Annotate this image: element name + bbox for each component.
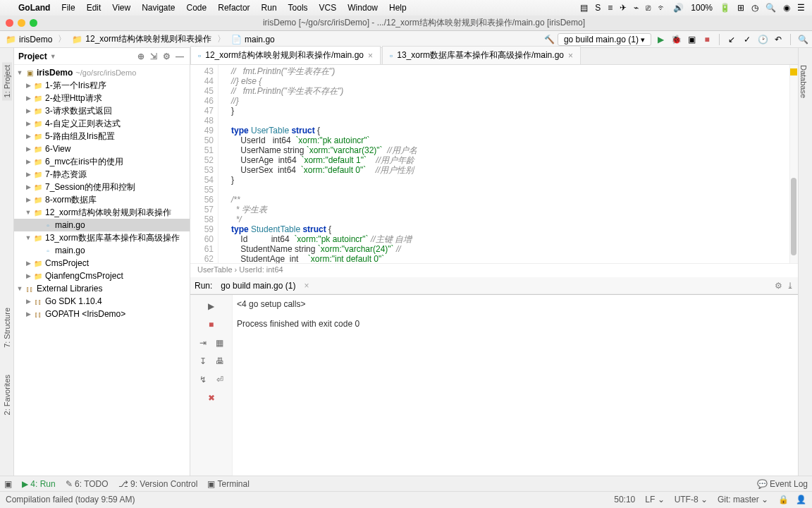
right-tool-strip: Database [798,48,812,476]
tool-window-button-icon[interactable]: ▣ [4,479,12,489]
menu-refactor[interactable]: Refactor [218,3,250,13]
siri-icon[interactable]: ◉ [783,3,790,13]
layout-icon[interactable]: ▦ [213,336,227,350]
update-project-icon[interactable]: ↙ [725,33,738,46]
line-sep[interactable]: LF ⌄ [645,495,664,504]
revert-icon[interactable]: ↶ [772,33,785,46]
menubar-icon[interactable]: ⎚ [646,3,651,13]
database-tab[interactable]: Database [799,62,808,101]
search-everywhere-icon[interactable]: 🔍 [796,33,809,46]
gear-icon[interactable]: ⚙ [775,281,782,291]
warning-indicator-icon[interactable] [790,68,797,75]
encoding[interactable]: UTF-8 ⌄ [675,495,708,504]
menu-tools[interactable]: Tools [288,3,308,13]
gear-icon[interactable]: ⚙ [163,52,173,61]
spotlight-icon[interactable]: 🔍 [765,3,776,13]
tree-folder[interactable]: ▶📁6_mvc在iris中的使用 [14,155,190,168]
run-config-selector[interactable]: go build main.go (1) ▾ [558,33,651,46]
close-tab-icon[interactable]: × [304,281,309,291]
export-icon[interactable]: ⤓ [787,281,794,291]
close-tab-icon[interactable]: × [368,51,373,61]
structure-tab[interactable]: 7: Structure [2,305,12,351]
coverage-icon[interactable]: ▣ [685,33,698,46]
inspector-icon[interactable]: 👤 [796,495,806,504]
close-tab-icon[interactable]: × [568,51,573,61]
menubar-icon[interactable]: ✈ [620,3,627,13]
commit-icon[interactable]: ✓ [741,33,753,46]
menu-run[interactable]: Run [262,3,277,13]
editor-breadcrumb[interactable]: UserTable › UserId: int64 [190,263,798,277]
debug-button-icon[interactable]: 🐞 [670,33,682,46]
project-tab[interactable]: 1: Project [2,62,12,100]
tree-folder[interactable]: ▶📁8-xorm数据库 [14,193,190,206]
menu-code[interactable]: Code [187,3,207,13]
tree-folder[interactable]: ▶📁2-处理Http请求 [14,92,190,104]
git-branch[interactable]: Git: master ⌄ [718,495,768,504]
editor-tab[interactable]: ▫12_xorm结构体映射规则和表操作/main.go× [190,46,381,64]
breadcrumb[interactable]: 📁 irisDemo [3,35,55,44]
tree-folder[interactable]: ▶📁4-自定义正则表达式 [14,117,190,130]
todo-tool-tab[interactable]: ✎ 6: TODO [66,479,109,489]
locate-icon[interactable]: ⊕ [137,52,147,61]
editor-tab[interactable]: ▫13_xorm数据库基本操作和高级操作/main.go× [382,46,581,64]
app-name[interactable]: GoLand [18,3,50,13]
volume-icon[interactable]: 🔊 [673,3,684,13]
clock-icon[interactable]: ◷ [751,3,758,13]
menubar-icon[interactable]: ⊞ [737,3,744,13]
terminal-tool-tab[interactable]: ▣ Terminal [207,479,249,489]
menu-help[interactable]: Help [389,3,407,13]
step-icon[interactable]: ⇥ [196,336,210,350]
hide-icon[interactable]: — [176,52,185,61]
tree-folder[interactable]: ▶📁3-请求数据式返回 [14,104,190,117]
menubar-icon[interactable]: ≡ [608,3,613,13]
expand-all-icon[interactable]: ⇲ [150,52,160,61]
code-editor[interactable]: // fmt.Println("学生表存在") //} else { // fm… [228,65,789,263]
build-icon[interactable]: 🔨 [544,35,555,44]
menubar-icon[interactable]: ▤ [580,3,588,13]
close-window-icon[interactable] [6,19,13,27]
status-bar: Compilation failed (today 9:59 AM) 50:10… [0,491,812,507]
menu-list-icon[interactable]: ☰ [797,3,805,13]
scroll-icon[interactable]: ↧ [196,354,210,368]
tree-folder[interactable]: ▶📁1-第一个Iris程序 [14,79,190,92]
filter-icon[interactable]: ↯ [196,373,210,387]
tree-folder[interactable]: ▶📁7_Session的使用和控制 [14,181,190,193]
breadcrumb[interactable]: 📁 12_xorm结构体映射规则和表操作 [69,33,214,45]
maximize-window-icon[interactable] [30,19,37,27]
stop-icon[interactable]: ■ [204,318,219,332]
run-console-output[interactable]: <4 go setup calls> Process finished with… [233,295,798,476]
wifi-icon[interactable]: ᯤ [658,3,666,13]
battery-icon[interactable]: 🔋 [720,3,730,13]
editor-scrollbar[interactable] [789,65,798,263]
tree-folder[interactable]: ▶📁5-路由组及Iris配置 [14,130,190,143]
rerun-icon[interactable]: ▶ [204,299,219,313]
run-button-icon[interactable]: ▶ [654,33,667,46]
stop-button-icon[interactable]: ■ [701,33,713,46]
line-number-gutter[interactable]: 4344454647484950515253545556575859606162… [190,65,219,263]
history-icon[interactable]: 🕑 [756,33,769,46]
project-tree[interactable]: ▼▣irisDemo~/go/src/irisDemo ▶📁1-第一个Iris程… [14,65,190,476]
event-log-tab[interactable]: 💬 Event Log [757,479,808,489]
minimize-window-icon[interactable] [18,19,25,27]
lock-icon[interactable]: 🔒 [778,495,789,504]
menu-edit[interactable]: Edit [87,3,102,13]
favorites-tab[interactable]: 2: Favorites [2,372,12,418]
tree-folder[interactable]: ▶📁7-静态资源 [14,168,190,181]
left-tool-strip: 1: Project 7: Structure 2: Favorites [0,48,14,476]
tree-folder[interactable]: ▶📁6-View [14,143,190,155]
caret-position[interactable]: 50:10 [614,495,635,504]
menubar-icon[interactable]: ⌁ [634,3,639,13]
menubar-icon[interactable]: S [595,3,601,13]
menu-file[interactable]: File [61,3,75,13]
chevron-down-icon[interactable]: ▼ [50,53,56,60]
delete-icon[interactable]: ✖ [204,391,219,405]
run-tool-tab[interactable]: ▶ 4: Run [22,479,56,489]
menu-view[interactable]: View [112,3,130,13]
vcs-tool-tab[interactable]: ⎇ 9: Version Control [118,479,198,489]
menu-navigate[interactable]: Navigate [142,3,175,13]
print-icon[interactable]: 🖶 [213,354,227,368]
breadcrumb[interactable]: 📄 main.go [228,35,278,44]
menu-window[interactable]: Window [347,3,378,13]
menu-vcs[interactable]: VCS [319,3,337,13]
wrap-icon[interactable]: ⏎ [213,373,227,387]
